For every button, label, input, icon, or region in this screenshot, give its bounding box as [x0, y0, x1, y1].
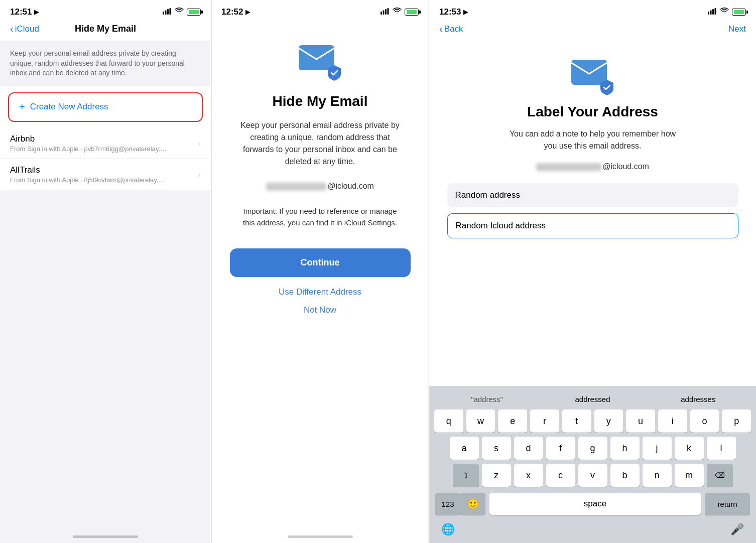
key-y[interactable]: y — [594, 410, 623, 433]
screen3-email: @icloud.com — [536, 162, 649, 171]
globe-key[interactable]: 🌐 — [441, 523, 455, 536]
svg-rect-10 — [710, 11, 712, 15]
screen3-body: You can add a note to help you remember … — [502, 128, 683, 152]
description-text-1: Keep your personal email address private… — [0, 41, 211, 86]
wifi-icon-2 — [393, 8, 402, 17]
key-w[interactable]: w — [466, 410, 495, 433]
key-m[interactable]: m — [675, 464, 704, 487]
email-blur-3 — [536, 163, 601, 171]
shift-key[interactable]: ⇧ — [453, 464, 479, 487]
svg-rect-2 — [167, 9, 169, 15]
key-v[interactable]: v — [578, 464, 607, 487]
nav-bar-3: ‹ Back Next — [429, 21, 756, 41]
back-button-3[interactable]: ‹ Back — [439, 23, 463, 35]
battery-icon-2 — [405, 9, 419, 16]
svg-rect-7 — [388, 8, 389, 15]
wifi-icon-3 — [720, 8, 729, 17]
label-field-2[interactable] — [447, 213, 738, 238]
key-r[interactable]: r — [530, 410, 559, 433]
page-title-1: Hide My Email — [75, 24, 136, 34]
keyboard-bottom-row: 123 🙂 space return — [431, 491, 754, 523]
battery-icon — [187, 9, 201, 16]
status-icons-1 — [163, 8, 201, 17]
location-icon: ▶ — [34, 9, 39, 16]
chevron-right-icon: › — [198, 139, 201, 148]
svg-rect-12 — [715, 8, 716, 15]
keyboard-extra-row: 🌐 🎤 — [431, 523, 754, 541]
key-a[interactable]: a — [450, 437, 479, 460]
phone-screen-2: 12:52 ▶ Hide My — [211, 0, 429, 543]
svg-rect-5 — [383, 11, 385, 15]
list-item-alltrails[interactable]: AllTrails From Sign in with Apple · 8j5t… — [0, 159, 211, 190]
number-key[interactable]: 123 — [435, 493, 460, 515]
chevron-left-icon-3: ‹ — [439, 23, 443, 35]
keyboard: "address" addressed addresses q w e r t … — [429, 386, 756, 543]
status-icons-2 — [381, 8, 419, 17]
key-b[interactable]: b — [610, 464, 640, 487]
status-bar-2: 12:52 ▶ — [211, 0, 429, 21]
keyboard-suggestions: "address" addressed addresses — [431, 390, 754, 410]
key-k[interactable]: k — [675, 437, 704, 460]
screen3-content: Label Your Address You can add a note to… — [429, 41, 756, 386]
suggestion-address-quoted[interactable]: "address" — [435, 393, 539, 405]
space-key[interactable]: space — [489, 493, 701, 515]
key-z[interactable]: z — [482, 464, 511, 487]
background-area — [0, 190, 211, 543]
emoji-key[interactable]: 🙂 — [460, 493, 485, 515]
use-different-address-link[interactable]: Use Different Address — [279, 287, 361, 297]
back-icloud-button[interactable]: ‹ iCloud — [10, 23, 39, 35]
key-x[interactable]: x — [514, 464, 543, 487]
key-i[interactable]: i — [658, 410, 687, 433]
email-list: Airbnb From Sign in with Apple · pvb7rm6… — [0, 128, 211, 190]
key-c[interactable]: c — [546, 464, 575, 487]
key-h[interactable]: h — [610, 437, 640, 460]
key-u[interactable]: u — [626, 410, 655, 433]
hide-my-email-icon — [298, 41, 343, 81]
suggestion-addressed[interactable]: addressed — [541, 393, 644, 405]
next-button[interactable]: Next — [728, 24, 746, 34]
chevron-right-icon-2: › — [198, 170, 201, 179]
svg-rect-9 — [708, 12, 709, 15]
hide-my-email-icon-3 — [570, 56, 615, 96]
svg-rect-6 — [385, 9, 387, 15]
screen2-important: Important: If you need to reference or m… — [237, 206, 403, 228]
label-field-1[interactable] — [447, 183, 738, 207]
backspace-key[interactable]: ⌫ — [707, 464, 733, 487]
svg-rect-3 — [170, 8, 171, 15]
plus-icon: + — [19, 101, 25, 113]
phone-screen-1: 12:51 ▶ ‹ iCloud Hide My Email Keep your… — [0, 0, 211, 543]
not-now-link[interactable]: Not Now — [304, 305, 336, 315]
return-key[interactable]: return — [705, 493, 750, 515]
key-o[interactable]: o — [690, 410, 719, 433]
nav-bar-1: ‹ iCloud Hide My Email — [0, 21, 211, 41]
key-l[interactable]: l — [707, 437, 736, 460]
key-n[interactable]: n — [643, 464, 672, 487]
keyboard-row-3: ⇧ z x c v b n m ⌫ — [431, 464, 754, 487]
create-new-address-button[interactable]: + Create New Address — [8, 92, 203, 122]
location-icon-2: ▶ — [245, 9, 250, 16]
battery-icon-3 — [732, 9, 746, 16]
key-s[interactable]: s — [482, 437, 511, 460]
list-item-airbnb[interactable]: Airbnb From Sign in with Apple · pvb7rm6… — [0, 128, 211, 159]
screen3-title: Label Your Address — [527, 104, 658, 120]
key-g[interactable]: g — [578, 437, 607, 460]
key-e[interactable]: e — [498, 410, 527, 433]
svg-rect-11 — [712, 9, 714, 15]
key-f[interactable]: f — [546, 437, 575, 460]
status-time-3: 12:53 ▶ — [439, 7, 468, 17]
status-icons-3 — [708, 8, 746, 17]
microphone-key[interactable]: 🎤 — [730, 523, 744, 536]
suggestion-addresses[interactable]: addresses — [647, 393, 750, 405]
svg-rect-0 — [163, 12, 164, 15]
svg-rect-4 — [381, 12, 382, 15]
continue-button[interactable]: Continue — [230, 248, 411, 277]
signal-icon-3 — [708, 8, 717, 17]
phone-screen-3: 12:53 ▶ ‹ Back Next — [429, 0, 756, 543]
status-bar-1: 12:51 ▶ — [0, 0, 211, 21]
key-t[interactable]: t — [562, 410, 591, 433]
keyboard-row-1: q w e r t y u i o p — [431, 410, 754, 433]
key-q[interactable]: q — [434, 410, 463, 433]
key-p[interactable]: p — [722, 410, 751, 433]
key-j[interactable]: j — [643, 437, 672, 460]
key-d[interactable]: d — [514, 437, 543, 460]
